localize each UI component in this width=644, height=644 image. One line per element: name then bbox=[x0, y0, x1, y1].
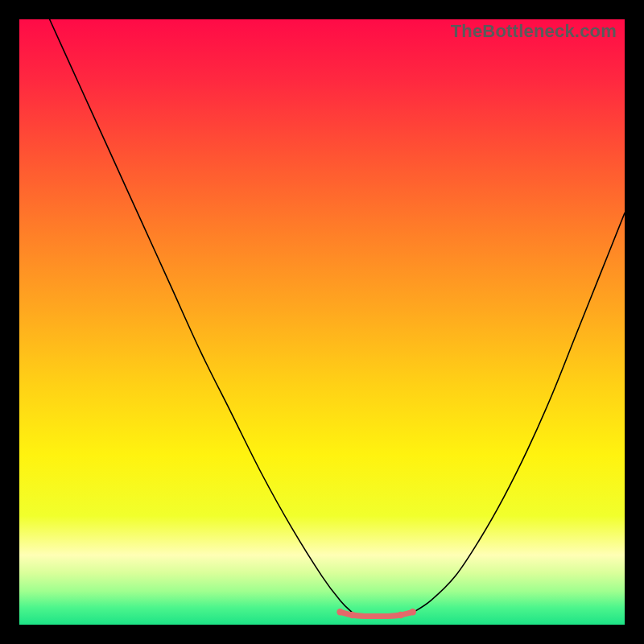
marker-dot bbox=[410, 609, 416, 615]
watermark-text: TheBottleneck.com bbox=[451, 21, 617, 42]
series-right-curve bbox=[413, 213, 625, 613]
plot-area: TheBottleneck.com bbox=[19, 19, 625, 625]
curve-layer bbox=[19, 19, 625, 625]
marker-dot bbox=[336, 609, 343, 615]
marker-dot bbox=[398, 612, 404, 618]
chart-frame: TheBottleneck.com bbox=[0, 0, 644, 644]
series-left-curve bbox=[50, 19, 353, 613]
marker-dot bbox=[349, 612, 355, 618]
